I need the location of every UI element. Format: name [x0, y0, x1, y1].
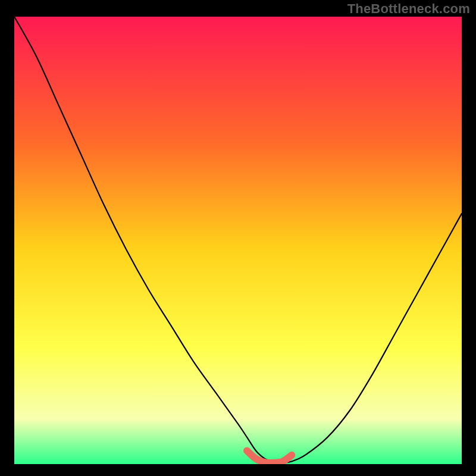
watermark-text: TheBottleneck.com: [347, 1, 470, 17]
gradient-background: [14, 17, 462, 464]
chart-frame: TheBottleneck.com: [0, 0, 476, 476]
plot-area: [14, 17, 462, 464]
chart-svg: [14, 17, 462, 464]
